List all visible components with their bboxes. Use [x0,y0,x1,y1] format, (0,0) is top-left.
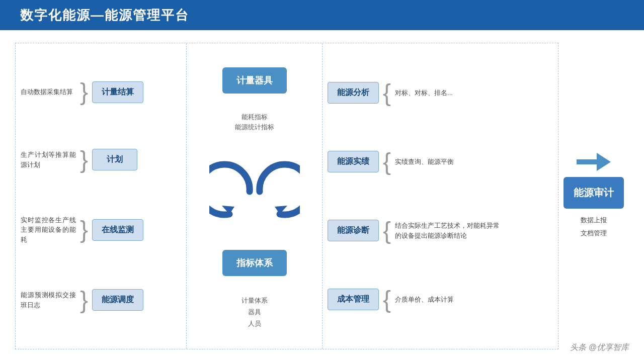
brace-2: } [80,148,88,172]
right-item-1: 能源分析 { 对标、对标、排名... [328,81,554,105]
func-box-2: 计划 [92,149,137,170]
left-item-4: 能源预测模拟交接班日志 } 能源调度 [21,288,181,312]
right-brace-2: { [383,150,391,174]
right-item-2: 能源实绩 { 实绩查询、能源平衡 [328,150,554,174]
left-label-3: 实时监控各生产线主要用能设备的能耗 [21,215,76,245]
func-box-4: 能源调度 [92,289,143,311]
right-box-1: 能源分析 [328,82,379,104]
right-brace-4: { [383,288,391,312]
func-box-1: 计量结算 [92,81,143,103]
left-section: 自动数据采集结算 } 计量结算 生产计划等推算能源计划 } 计划 实时监控各生产… [16,43,187,349]
main-content: 自动数据采集结算 } 计量结算 生产计划等推算能源计划 } 计划 实时监控各生产… [0,30,644,362]
func-box-3: 在线监测 [92,219,143,241]
audit-arrow-head [597,153,611,171]
audit-box: 能源审计 [564,177,624,209]
center-top-label: 能耗指标 能源统计指标 [235,112,274,133]
right-label-1: 对标、对标、排名... [395,88,453,98]
left-label-2: 生产计划等推算能源计划 [21,150,76,169]
right-box-4: 成本管理 [328,289,379,310]
circular-arrows-icon [209,151,300,232]
right-item-3: 能源诊断 { 结合实际生产工艺技术，对能耗异常的设备提出能源诊断结论 [328,219,554,243]
center-top-box: 计量器具 [222,67,287,94]
left-item-3: 实时监控各生产线主要用能设备的能耗 } 在线监测 [21,215,181,245]
audit-sub-label: 数据上报 文档管理 [581,214,607,240]
diagram-container: 自动数据采集结算 } 计量结算 生产计划等推算能源计划 } 计划 实时监控各生产… [15,43,558,349]
right-box-3: 能源诊断 [328,220,379,241]
right-label-4: 介质单价、成本计算 [395,295,454,305]
audit-arrow-row [577,153,611,171]
left-item-1: 自动数据采集结算 } 计量结算 [21,80,181,104]
brace-1: } [80,80,88,104]
left-label-1: 自动数据采集结算 [21,87,76,97]
audit-section: 能源审计 数据上报 文档管理 [564,153,624,240]
right-item-4: 成本管理 { 介质单价、成本计算 [328,288,554,312]
center-bottom-box: 指标体系 [222,250,287,276]
audit-arrow-line [577,159,597,164]
right-label-2: 实绩查询、能源平衡 [395,157,454,167]
brace-3: } [80,218,88,242]
right-brace-3: { [383,219,391,243]
center-section: 计量器具 能耗指标 能源统计指标 指标体系 计量体系 器具 人员 [187,43,323,349]
brace-4: } [80,288,88,312]
right-label-3: 结合实际生产工艺技术，对能耗异常的设备提出能源诊断结论 [395,221,506,240]
left-label-4: 能源预测模拟交接班日志 [21,290,76,310]
header: 数字化能源—能源管理平台 [0,0,644,30]
center-bottom-label: 计量体系 器具 人员 [242,295,268,330]
right-section: 能源分析 { 对标、对标、排名... 能源实绩 { 实绩查询、能源平衡 能源诊断… [323,43,559,349]
right-brace-1: { [383,81,391,105]
watermark: 头条 @优享智库 [570,342,629,353]
right-box-2: 能源实绩 [328,151,379,172]
left-item-2: 生产计划等推算能源计划 } 计划 [21,148,181,172]
page-title: 数字化能源—能源管理平台 [20,7,189,24]
